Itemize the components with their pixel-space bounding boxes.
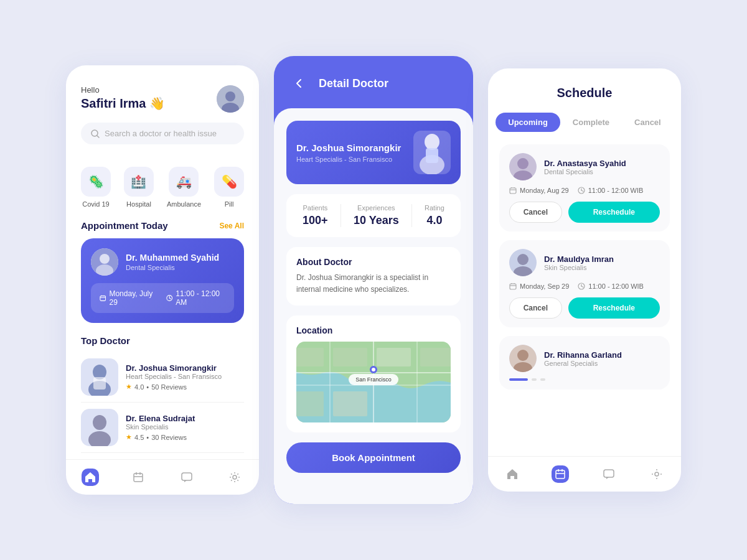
list-item[interactable]: Dr. Elena Sudrajat Skin Specialis ★ 4.5 … xyxy=(81,403,244,453)
nav-chat-icon[interactable] xyxy=(600,465,618,483)
calendar-icon xyxy=(509,282,517,290)
svg-point-75 xyxy=(655,472,659,476)
search-bar[interactable]: Search a doctor or health issue xyxy=(81,123,244,144)
svg-point-58 xyxy=(517,254,529,265)
svg-rect-50 xyxy=(510,188,516,194)
clock-icon xyxy=(578,282,585,290)
nav-home-icon[interactable] xyxy=(82,469,99,486)
patients-label: Patients xyxy=(303,204,328,212)
reschedule-button[interactable]: Reschedule xyxy=(568,297,660,319)
schedule-doctor-avatar xyxy=(509,153,537,180)
reschedule-button[interactable]: Reschedule xyxy=(568,202,660,223)
detail-doctor-specialty: Heart Specialis - San Fransisco xyxy=(296,156,401,163)
list-item[interactable]: Dr. Joshua Simorangkir Heart Specialis -… xyxy=(81,352,244,403)
appointment-time: 11:00 - 12:00 AM xyxy=(176,289,225,307)
doctor-specialty: Heart Specialis - San Fransisco xyxy=(126,373,222,380)
hospital-icon: 🏥 xyxy=(124,167,154,197)
nav-chat-icon[interactable] xyxy=(178,469,195,486)
right-bottom-nav xyxy=(488,456,681,492)
about-text: Dr. Joshua Simorangkir is a specialist i… xyxy=(296,272,451,296)
calendar-icon xyxy=(100,294,106,302)
detail-body: Dr. Joshua Simorangkir Heart Specialis -… xyxy=(274,108,473,504)
schedule-doctor-name: Dr. Anastasya Syahid xyxy=(544,159,626,168)
book-appointment-button[interactable]: Book Appointment xyxy=(286,442,461,473)
schedule-doctor-avatar xyxy=(509,249,537,276)
doctor-reviews: 30 Reviews xyxy=(151,434,187,441)
svg-point-20 xyxy=(93,415,106,430)
tab-upcoming[interactable]: Upcoming xyxy=(496,113,560,132)
divider xyxy=(341,204,341,227)
location-section: Location xyxy=(286,315,461,432)
svg-point-27 xyxy=(233,475,237,479)
top-doctor-section: Top Doctor Dr. Joshua Simorangkir Heart … xyxy=(66,335,259,453)
schedule-card: Dr. Rihanna Garland General Specialis xyxy=(499,336,670,390)
tab-cancel[interactable]: Cancel xyxy=(622,113,674,132)
search-icon xyxy=(91,129,100,138)
category-ambulance[interactable]: 🚑 Ambulance xyxy=(167,167,201,208)
appointment-doctor-specialty: Dental Specialis xyxy=(126,264,219,271)
user-name: Safitri Irma 👋 xyxy=(81,96,165,111)
about-section: About Doctor Dr. Joshua Simorangkir is a… xyxy=(286,247,461,306)
hello-text: Hello xyxy=(81,85,165,95)
svg-rect-74 xyxy=(604,470,614,477)
svg-rect-8 xyxy=(100,296,106,301)
stat-rating: Rating 4.0 xyxy=(425,204,444,227)
category-covid[interactable]: 🦠 Covid 19 xyxy=(81,167,111,208)
svg-point-48 xyxy=(517,158,529,169)
appointment-doctor-name: Dr. Muhammed Syahid xyxy=(126,253,219,263)
svg-rect-42 xyxy=(333,391,367,416)
covid-icon: 🦠 xyxy=(81,167,111,197)
svg-rect-22 xyxy=(134,474,143,482)
svg-rect-38 xyxy=(333,348,367,366)
doctor-thumbnail xyxy=(81,409,118,446)
cancel-button[interactable]: Cancel xyxy=(509,202,562,223)
wave-emoji: 👋 xyxy=(149,96,165,110)
schedule-list: Dr. Anastasya Syahid Dental Specialis Mo… xyxy=(488,144,681,456)
schedule-date: Monday, Aug 29 xyxy=(520,187,569,194)
nav-calendar-icon[interactable] xyxy=(552,465,569,483)
schedule-doctor-specialty: Dental Specialis xyxy=(544,168,626,175)
schedule-time: 11:00 - 12:00 WIB xyxy=(588,187,644,194)
doctor-rating: 4.0 xyxy=(134,383,144,391)
stat-experiences: Experiences 10 Years xyxy=(354,204,399,227)
divider xyxy=(411,204,412,227)
nav-home-icon[interactable] xyxy=(504,465,521,483)
experiences-label: Experiences xyxy=(354,204,399,212)
location-title: Location xyxy=(296,325,451,335)
star-icon: ★ xyxy=(126,383,132,391)
nav-settings-icon[interactable] xyxy=(648,465,665,483)
svg-rect-41 xyxy=(296,391,324,416)
schedule-title: Schedule xyxy=(503,86,666,100)
calendar-icon xyxy=(509,187,517,194)
cancel-button[interactable]: Cancel xyxy=(509,297,562,319)
category-hospital[interactable]: 🏥 Hospital xyxy=(124,167,154,208)
star-icon: ★ xyxy=(126,433,132,441)
back-button[interactable] xyxy=(289,73,309,93)
see-all-link[interactable]: See All xyxy=(219,222,244,230)
appointment-time-row: Monday, July 29 11:00 - 12:00 AM xyxy=(91,283,234,313)
svg-rect-26 xyxy=(182,473,192,480)
middle-phone: Detail Doctor Dr. Joshua Simorangkir Hea… xyxy=(274,56,473,504)
doctor-rating: 4.5 xyxy=(134,434,144,441)
tab-complete[interactable]: Complete xyxy=(560,113,622,132)
svg-rect-40 xyxy=(420,348,451,366)
bottom-nav xyxy=(66,459,259,495)
svg-text:San Francisco: San Francisco xyxy=(355,376,392,383)
doctor-banner: Dr. Joshua Simorangkir Heart Specialis -… xyxy=(286,121,461,184)
ambulance-icon: 🚑 xyxy=(169,167,199,197)
appointment-card: Dr. Muhammed Syahid Dental Specialis Mon… xyxy=(81,238,244,323)
svg-point-46 xyxy=(372,368,375,371)
nav-calendar-icon[interactable] xyxy=(129,469,147,486)
detail-doctor-name: Dr. Joshua Simorangkir xyxy=(296,142,401,153)
schedule-header: Schedule xyxy=(488,68,681,113)
schedule-time-row: Monday, Sep 29 11:00 - 12:00 WIB xyxy=(509,282,660,290)
detail-header: Detail Doctor xyxy=(274,56,473,108)
schedule-doctor-specialty: General Specialis xyxy=(544,360,622,367)
category-pill[interactable]: 💊 Pill xyxy=(214,167,244,208)
schedule-actions: Cancel Reschedule xyxy=(509,202,660,223)
doctor-name: Dr. Elena Sudrajat xyxy=(126,414,195,423)
svg-rect-60 xyxy=(510,284,516,289)
nav-settings-icon[interactable] xyxy=(226,469,243,486)
category-ambulance-label: Ambulance xyxy=(167,200,201,208)
schedule-card: Dr. Mauldya Imran Skin Specialis Monday,… xyxy=(499,240,670,327)
